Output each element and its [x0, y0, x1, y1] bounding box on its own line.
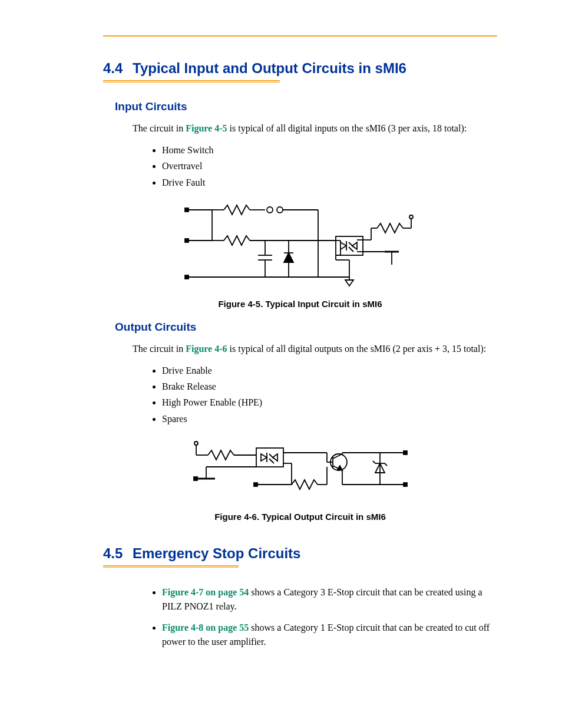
svg-line-33: [349, 247, 353, 252]
heading-underline: [103, 80, 280, 83]
section-heading-4-5: 4.5 Emergency Stop Circuits: [103, 545, 497, 562]
list-item: Spares: [162, 411, 497, 427]
paragraph-input-intro: The circuit in Figure 4-5 is typical of …: [133, 121, 497, 135]
document-page: 4.4 Typical Input and Output Circuits in…: [0, 0, 562, 695]
section-number: 4.4: [103, 60, 133, 77]
figure-caption: Figure 4-6. Typical Output Circuit in sM…: [103, 512, 497, 522]
figure-4-6: Figure 4-6. Typical Output Circuit in sM…: [103, 437, 497, 522]
xref-figure-4-7[interactable]: Figure 4-7 on page 54: [162, 587, 249, 597]
list-item: Drive Fault: [162, 174, 497, 190]
section-number: 4.5: [103, 545, 133, 562]
section-heading-4-4: 4.4 Typical Input and Output Circuits in…: [103, 60, 497, 77]
list-item: High Power Enable (HPE): [162, 394, 497, 410]
svg-point-42: [409, 215, 413, 219]
list-item: Brake Release: [162, 378, 497, 394]
subheading-output-circuits: Output Circuits: [115, 321, 497, 334]
svg-marker-73: [338, 466, 342, 470]
svg-marker-57: [273, 454, 277, 461]
svg-point-48: [194, 442, 198, 445]
list-item: Overtravel: [162, 158, 497, 174]
svg-marker-47: [345, 280, 353, 286]
header-rule: [103, 35, 497, 37]
text: The circuit in: [133, 344, 186, 354]
heading-underline: [103, 565, 239, 568]
svg-line-83: [385, 463, 387, 466]
input-circuits-list: Home Switch Overtravel Drive Fault: [144, 142, 497, 190]
output-circuits-list: Drive Enable Brake Release High Power En…: [144, 363, 497, 427]
figure-4-5: Figure 4-5. Typical Input Circuit in sMI…: [103, 201, 497, 309]
svg-rect-1: [185, 239, 189, 242]
svg-rect-85: [404, 483, 407, 486]
text: The circuit in: [133, 123, 186, 133]
text: is typical of all digital outputs on the…: [227, 344, 487, 354]
svg-rect-52: [256, 448, 283, 467]
svg-rect-59: [194, 477, 197, 480]
svg-rect-2: [185, 275, 189, 279]
svg-marker-34: [352, 242, 357, 249]
svg-marker-23: [340, 242, 346, 249]
svg-marker-53: [261, 454, 267, 461]
paragraph-output-intro: The circuit in Figure 4-6 is typical of …: [133, 342, 497, 355]
svg-rect-86: [254, 483, 257, 486]
svg-rect-22: [336, 236, 363, 255]
list-item: Home Switch: [162, 142, 497, 158]
svg-point-9: [277, 207, 283, 213]
section-title: Typical Input and Output Circuits in sMI…: [133, 60, 406, 77]
list-item: Figure 4-8 on page 55 shows a Category 1…: [162, 621, 497, 649]
svg-line-82: [373, 461, 375, 463]
svg-rect-84: [404, 451, 407, 454]
text: is typical of all digital inputs on the …: [227, 123, 467, 133]
subheading-input-circuits: Input Circuits: [115, 100, 497, 113]
list-item: Drive Enable: [162, 363, 497, 378]
schematic-input-icon: [183, 201, 418, 289]
svg-point-8: [267, 207, 273, 213]
xref-figure-4-5[interactable]: Figure 4-5: [186, 123, 227, 133]
svg-rect-0: [185, 208, 189, 212]
schematic-output-icon: [191, 437, 409, 502]
estop-reference-list: Figure 4-7 on page 54 shows a Category 3…: [144, 585, 497, 649]
svg-marker-19: [284, 253, 293, 262]
xref-figure-4-6[interactable]: Figure 4-6: [186, 344, 227, 354]
figure-caption: Figure 4-5. Typical Input Circuit in sMI…: [103, 299, 497, 309]
list-item: Figure 4-7 on page 54 shows a Category 3…: [162, 585, 497, 614]
svg-line-56: [269, 459, 274, 463]
section-title: Emergency Stop Circuits: [133, 545, 300, 562]
xref-figure-4-8[interactable]: Figure 4-8 on page 55: [162, 622, 249, 633]
